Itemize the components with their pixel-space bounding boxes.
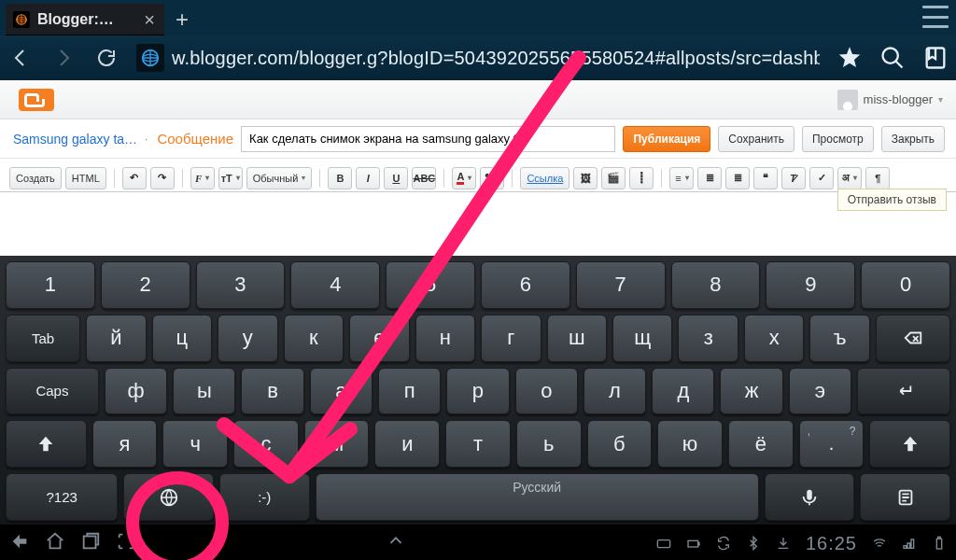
html-tab[interactable]: HTML	[65, 167, 106, 189]
key-с[interactable]: с	[233, 420, 299, 468]
key-4[interactable]: 4	[290, 261, 380, 309]
key-1[interactable]: 1	[6, 261, 95, 309]
key-з[interactable]: з	[678, 315, 738, 362]
blogger-logo-icon[interactable]	[19, 89, 54, 111]
key-р[interactable]: р	[446, 368, 509, 415]
key-м[interactable]: м	[304, 420, 370, 468]
key-к[interactable]: к	[284, 315, 344, 362]
key-щ[interactable]: щ	[612, 315, 672, 362]
key-г[interactable]: г	[481, 315, 541, 362]
key-ё[interactable]: ё	[728, 420, 794, 468]
align-icon[interactable]: ≡	[669, 167, 694, 189]
key-т[interactable]: т	[445, 420, 511, 468]
caps-key[interactable]: Caps	[6, 368, 99, 415]
key-ы[interactable]: ы	[173, 368, 235, 415]
key-п[interactable]: п	[378, 368, 441, 415]
rtl-icon[interactable]: ¶	[865, 167, 890, 189]
save-button[interactable]: Сохранить	[718, 126, 794, 152]
paragraph-style-dropdown[interactable]: Обычный	[246, 167, 313, 189]
bookmark-star-icon[interactable]	[836, 45, 863, 71]
enter-key[interactable]	[857, 368, 950, 415]
key-3[interactable]: 3	[196, 261, 286, 309]
key-н[interactable]: н	[415, 315, 475, 362]
tab-key[interactable]: Tab	[6, 315, 80, 362]
list-bullet-icon[interactable]: ≣	[725, 167, 750, 189]
highlight-icon[interactable]: ✎	[480, 167, 504, 189]
link-button[interactable]: Ссылка	[520, 167, 569, 189]
shift-right-key[interactable]	[869, 420, 950, 468]
key-7[interactable]: 7	[576, 261, 666, 309]
profile-menu[interactable]: miss-blogger ▾	[837, 90, 943, 110]
key-ж[interactable]: ж	[720, 368, 782, 415]
key-2[interactable]: 2	[101, 261, 190, 309]
key-е[interactable]: е	[349, 315, 409, 362]
settings-key[interactable]	[860, 473, 950, 521]
key-б[interactable]: б	[587, 420, 653, 468]
key-д[interactable]: д	[652, 368, 714, 415]
text-color-icon[interactable]: A	[452, 167, 476, 189]
key-я[interactable]: я	[92, 420, 158, 468]
font-size-dropdown[interactable]: тТ	[218, 167, 243, 189]
key-ь[interactable]: ь	[516, 420, 582, 468]
blog-name-link[interactable]: Samsung galaxy ta…	[13, 132, 137, 147]
key-х[interactable]: х	[744, 315, 804, 362]
key-э[interactable]: э	[789, 368, 851, 415]
nav-recent-icon[interactable]	[80, 531, 101, 555]
editor-content[interactable]	[0, 192, 956, 256]
close-tab-icon[interactable]: ×	[144, 9, 155, 31]
publish-button[interactable]: Публикация	[623, 126, 710, 152]
jump-break-icon[interactable]: ┋	[629, 167, 654, 189]
key-и[interactable]: и	[374, 420, 440, 468]
key-у[interactable]: у	[218, 315, 277, 362]
spellcheck-icon[interactable]: ✓	[809, 167, 834, 189]
key-ф[interactable]: ф	[105, 368, 167, 415]
feedback-tooltip[interactable]: Отправить отзыв	[837, 189, 947, 211]
voice-key[interactable]	[765, 473, 855, 521]
list-number-icon[interactable]: ≣	[697, 167, 722, 189]
space-key[interactable]: Русский	[316, 473, 759, 521]
italic-icon[interactable]: I	[356, 167, 380, 189]
compose-tab[interactable]: Создать	[9, 167, 62, 189]
key-й[interactable]: й	[86, 315, 146, 362]
key-ъ[interactable]: ъ	[809, 315, 869, 362]
url-input[interactable]	[172, 48, 820, 69]
font-family-dropdown[interactable]: F	[190, 167, 215, 189]
key-ю[interactable]: ю	[657, 420, 723, 468]
undo-icon[interactable]: ↶	[122, 167, 147, 189]
key-о[interactable]: о	[515, 368, 578, 415]
key-л[interactable]: л	[583, 368, 646, 415]
bookmarks-icon[interactable]	[922, 45, 949, 71]
strikethrough-icon[interactable]: ABC	[412, 167, 436, 189]
key-6[interactable]: 6	[481, 261, 570, 309]
key-в[interactable]: в	[241, 368, 303, 415]
symbols-key[interactable]: ?123	[6, 473, 118, 521]
key-9[interactable]: 9	[766, 261, 855, 309]
browser-tab[interactable]: Blogger:… ×	[6, 4, 164, 35]
image-icon[interactable]: 🖼	[573, 167, 598, 189]
redo-icon[interactable]: ↷	[150, 167, 175, 189]
bold-icon[interactable]: B	[328, 167, 352, 189]
new-tab-button[interactable]: +	[168, 6, 196, 34]
post-title-input[interactable]	[241, 126, 615, 152]
key-а[interactable]: а	[310, 368, 373, 415]
menu-icon[interactable]	[922, 6, 949, 28]
key-0[interactable]: 0	[861, 261, 950, 309]
video-icon[interactable]: 🎬	[601, 167, 626, 189]
nav-home-icon[interactable]	[45, 531, 65, 555]
key-ц[interactable]: ц	[152, 315, 212, 362]
screenshot-icon[interactable]	[116, 531, 136, 555]
search-icon[interactable]	[879, 45, 906, 71]
punct-key[interactable]: .,?	[799, 420, 865, 468]
key-ч[interactable]: ч	[162, 420, 228, 468]
reload-icon[interactable]	[93, 45, 120, 71]
key-8[interactable]: 8	[671, 261, 761, 309]
expand-indicator-icon[interactable]	[386, 531, 406, 555]
quote-icon[interactable]: ❝	[753, 167, 778, 189]
transliterate-icon[interactable]: अ	[837, 167, 862, 189]
preview-button[interactable]: Просмотр	[802, 126, 874, 152]
underline-icon[interactable]: U	[384, 167, 408, 189]
nav-back-icon[interactable]	[9, 531, 30, 555]
shift-left-key[interactable]	[6, 420, 87, 468]
key-ш[interactable]: ш	[547, 315, 607, 362]
remove-format-icon[interactable]: T̷	[781, 167, 806, 189]
